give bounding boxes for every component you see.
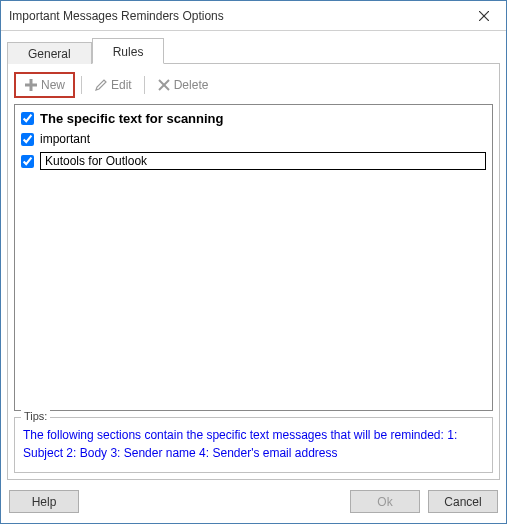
tab-rules[interactable]: Rules xyxy=(92,38,165,64)
pencil-icon xyxy=(94,78,108,92)
tabstrip: General Rules xyxy=(7,37,500,63)
tab-general[interactable]: General xyxy=(7,42,92,64)
item-label: Kutools for Outlook xyxy=(40,152,486,170)
item-checkbox[interactable] xyxy=(21,133,34,146)
help-button[interactable]: Help xyxy=(9,490,79,513)
new-button[interactable]: New xyxy=(18,76,71,94)
separator xyxy=(81,76,82,94)
new-button-label: New xyxy=(41,78,65,92)
cancel-button[interactable]: Cancel xyxy=(428,490,498,513)
dialog-window: Important Messages Reminders Options Gen… xyxy=(0,0,507,524)
content-area: General Rules New xyxy=(1,31,506,480)
item-label: important xyxy=(40,132,90,146)
help-button-label: Help xyxy=(32,495,57,509)
separator xyxy=(144,76,145,94)
titlebar: Important Messages Reminders Options xyxy=(1,1,506,31)
list-item[interactable]: Kutools for Outlook xyxy=(21,152,486,170)
plus-icon xyxy=(24,78,38,92)
rules-list-panel: The specific text for scanning important… xyxy=(14,104,493,411)
item-checkbox[interactable] xyxy=(21,155,34,168)
close-icon xyxy=(479,11,489,21)
header-checkbox[interactable] xyxy=(21,112,34,125)
delete-button[interactable]: Delete xyxy=(151,76,215,94)
tips-box: Tips: The following sections contain the… xyxy=(14,417,493,473)
delete-icon xyxy=(157,78,171,92)
delete-button-label: Delete xyxy=(174,78,209,92)
ok-button[interactable]: Ok xyxy=(350,490,420,513)
close-button[interactable] xyxy=(461,1,506,30)
ok-button-label: Ok xyxy=(377,495,392,509)
cancel-button-label: Cancel xyxy=(444,495,481,509)
window-title: Important Messages Reminders Options xyxy=(9,9,224,23)
list-header-row: The specific text for scanning xyxy=(21,111,486,126)
tips-text: The following sections contain the speci… xyxy=(23,426,484,462)
edit-button-label: Edit xyxy=(111,78,132,92)
footer: Help Ok Cancel xyxy=(1,480,506,523)
edit-button[interactable]: Edit xyxy=(88,76,138,94)
tips-legend: Tips: xyxy=(21,410,50,422)
toolbar: New Edit Delete xyxy=(14,70,493,104)
tabpanel-rules: New Edit Delete xyxy=(7,63,500,480)
new-button-highlight: New xyxy=(14,72,75,98)
list-header-label: The specific text for scanning xyxy=(40,111,224,126)
list-item[interactable]: important xyxy=(21,132,486,146)
